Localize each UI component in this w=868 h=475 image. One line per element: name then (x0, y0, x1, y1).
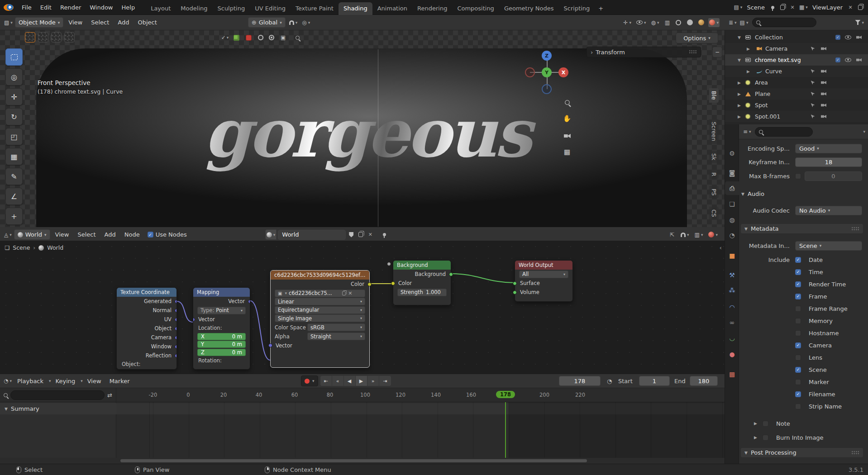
outliner-row-collection[interactable]: ▼ Collection (725, 32, 868, 43)
tool-cursor[interactable]: ◎ (5, 68, 23, 86)
tab-uv-editing[interactable]: UV Editing (250, 2, 291, 15)
pan-hand-icon[interactable]: ✋ (561, 113, 573, 124)
socket-vector-in[interactable] (268, 343, 272, 347)
render-visibility-icon[interactable] (855, 57, 863, 64)
socket-normal[interactable] (175, 309, 177, 313)
keyframe-interval-field[interactable]: 18 (795, 157, 862, 167)
socket-volume-in[interactable] (513, 290, 517, 294)
socket-vector-in[interactable] (193, 318, 195, 322)
overlays-icon[interactable]: ◍▾ (650, 18, 660, 27)
sidebar-tab-r[interactable]: R (709, 170, 719, 179)
audio-section-header[interactable]: ▼Audio (741, 190, 764, 197)
node-world-output[interactable]: World Output All Surface Volume (515, 260, 573, 302)
include-camera-checkbox[interactable] (795, 342, 801, 348)
include-date-checkbox[interactable] (795, 257, 801, 263)
socket-window[interactable] (175, 345, 177, 349)
texture-slot-icon[interactable]: ▣ (281, 33, 286, 43)
location-y-field[interactable]: Y0 m (197, 341, 246, 348)
node-header[interactable]: Mapping (193, 288, 250, 297)
copy-image-icon[interactable] (342, 291, 346, 295)
show-gizmo-icon[interactable]: ✛▾ (622, 18, 632, 27)
selectability-icon[interactable] (809, 68, 816, 75)
transform-orientation-selector[interactable]: ⊕Global (248, 17, 286, 28)
viewport-menu-add[interactable]: Add (114, 17, 133, 28)
tab-geometry-nodes[interactable]: Geometry Nodes (499, 2, 559, 15)
node-sidebar-toggle[interactable]: ‹ (720, 244, 722, 251)
encoding-speed-dropdown[interactable]: Good (795, 144, 862, 153)
auto-keyframe-button[interactable]: ▾ (301, 375, 318, 386)
properties-search-input[interactable] (755, 127, 813, 137)
shader-menu-view[interactable]: View (52, 229, 73, 240)
node-header[interactable]: Texture Coordinate (117, 288, 176, 297)
shader-menu-node[interactable]: Node (121, 229, 143, 240)
menu-window[interactable]: Window (86, 2, 117, 13)
visibility-icon[interactable]: ▾ (635, 18, 647, 27)
socket-camera[interactable] (175, 336, 177, 340)
previous-keyframe-button[interactable]: « (332, 376, 344, 386)
tab-sculpting[interactable]: Sculpting (212, 2, 250, 15)
remove-viewlayer-icon[interactable]: ✕ (846, 3, 854, 12)
socket-surface-in[interactable] (513, 281, 517, 285)
output-target-dropdown[interactable]: All (519, 271, 568, 278)
hide-eye-icon[interactable] (844, 34, 852, 41)
metadata-panel-header[interactable]: ▼Metadata (740, 223, 863, 234)
render-visibility-icon[interactable] (820, 90, 827, 98)
copy-datablock-icon[interactable] (357, 230, 365, 239)
mode-selector[interactable]: Object Mode (15, 17, 63, 28)
start-frame-field[interactable]: 1 (639, 376, 670, 386)
channel-search-input[interactable] (10, 390, 105, 400)
pin-datablock-icon[interactable] (380, 230, 388, 239)
gizmo-y-axis[interactable]: Y (542, 67, 552, 77)
timeline-scrollbar[interactable] (120, 459, 587, 462)
tool-measure[interactable]: ∠ (5, 188, 23, 205)
mapping-type-dropdown[interactable]: Type:Point (197, 307, 246, 314)
summary-row[interactable]: ▼Summary (0, 403, 116, 414)
include-hostname-checkbox[interactable] (795, 330, 801, 336)
menu-render[interactable]: Render (56, 2, 85, 13)
tool-annotate[interactable]: ✎ (5, 168, 23, 185)
camera-view-icon[interactable] (561, 130, 573, 142)
tool-check-dropdown-icon[interactable]: ✓▾ (219, 33, 231, 43)
breadcrumb-scene[interactable]: Scene (13, 244, 30, 251)
xray-toggle-icon[interactable]: ▥ (663, 18, 671, 27)
disclosure-icon[interactable]: ▼ (738, 35, 741, 40)
timeline-menu-marker[interactable]: Marker (106, 376, 134, 386)
properties-options-icon[interactable]: ▾ (863, 129, 865, 134)
include-strip-name-checkbox[interactable] (795, 404, 801, 409)
timeline-menu-keying[interactable]: Keying (52, 376, 79, 386)
outliner-row-spot-001[interactable]: ▶ Spot.001 (725, 111, 868, 122)
filter-toggle-icon[interactable]: ⇄ (107, 392, 112, 399)
options-button[interactable]: Options (676, 33, 718, 43)
transform-panel-header[interactable]: Transform (587, 47, 701, 57)
paint-mask-toggle-4[interactable] (64, 32, 75, 43)
breadcrumb-world[interactable]: World (47, 244, 63, 251)
selectability-icon[interactable] (809, 45, 816, 52)
render-visibility-icon[interactable] (820, 45, 827, 52)
socket-color-out[interactable] (367, 282, 372, 286)
selectability-icon[interactable] (809, 113, 816, 120)
socket-vector-out[interactable] (248, 299, 250, 304)
color-space-dropdown[interactable]: sRGB (307, 323, 365, 331)
projection-dropdown[interactable]: Equirectangular (275, 306, 365, 314)
viewport-menu-select[interactable]: Select (87, 17, 113, 28)
tool-rotate[interactable]: ↻ (5, 108, 23, 125)
node-environment-texture[interactable]: c6d2236cbc7533d09694c5129ef6069… Color ▣… (270, 270, 370, 368)
sidebar-tab-sk[interactable]: Sk (709, 151, 719, 163)
timeline-editor-type-button[interactable]: ◔▾ (3, 376, 13, 385)
outliner-row-area[interactable]: ▶ Area (725, 77, 868, 88)
disclosure-icon[interactable]: ▶ (738, 92, 741, 96)
disclosure-icon[interactable]: ▶ (738, 81, 741, 85)
include-scene-checkbox[interactable] (795, 367, 801, 373)
interpolation-dropdown[interactable]: Linear (275, 298, 365, 305)
play-reverse-button[interactable]: ◀ (344, 376, 356, 386)
disclosure-icon[interactable]: ▶ (738, 114, 741, 119)
world-name-field[interactable]: World (278, 230, 346, 240)
tab-shading[interactable]: Shading (339, 2, 372, 15)
tool-move[interactable]: ✛ (5, 88, 23, 105)
disclosure-icon[interactable]: ▶ (747, 69, 750, 74)
viewport-editor-type-button[interactable]: ▧▾ (3, 18, 14, 27)
viewport-search-icon[interactable] (296, 33, 300, 43)
brush-falloff-icon[interactable] (258, 33, 263, 43)
stroke-icon[interactable] (269, 33, 274, 43)
outliner-search-input[interactable] (752, 18, 816, 27)
